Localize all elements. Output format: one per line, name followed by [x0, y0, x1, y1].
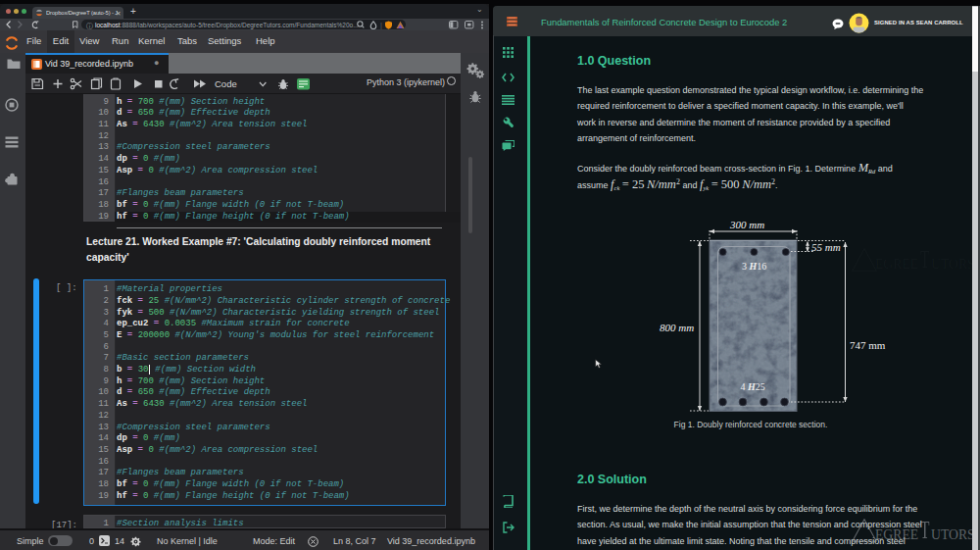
svg-text:Code: Code: [215, 78, 237, 89]
